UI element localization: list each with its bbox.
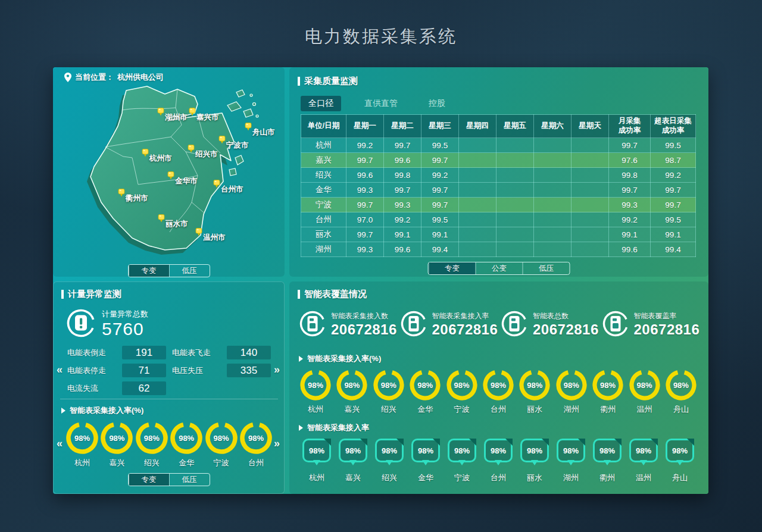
quality-type-button[interactable]: 专变 bbox=[429, 262, 476, 274]
map-pin-icon bbox=[188, 145, 195, 153]
ring-gauge: 98% 金华 bbox=[410, 370, 441, 415]
quality-cell-sun bbox=[572, 198, 609, 212]
metering-rings-prev-arrow[interactable]: « bbox=[57, 437, 63, 450]
quality-table-row[interactable]: 丽水 99.7 99.1 99.1 99.1 99.1 bbox=[301, 227, 696, 242]
metering-type-button[interactable]: 专变 bbox=[129, 474, 169, 486]
ring-city-label: 丽水 bbox=[527, 404, 542, 415]
ring-percent: 98% bbox=[170, 422, 202, 454]
quality-table-body: 杭州 99.2 99.7 99.5 99.7 99.5 嘉兴 99 bbox=[301, 138, 696, 257]
ring-percent: 98% bbox=[336, 370, 367, 400]
quality-table-header-row: 单位/日期星期一星期二星期三星期四星期五星期六星期天月采集 成功率超表日采集 成… bbox=[301, 115, 696, 138]
quality-table-row[interactable]: 宁波 99.7 99.3 99.7 99.3 99.7 bbox=[301, 198, 696, 212]
quality-cell-sun bbox=[572, 138, 609, 153]
quality-tab[interactable]: 全口径 bbox=[301, 96, 341, 111]
ring-donut: 98% bbox=[666, 370, 697, 400]
metering-stat-value: 191 bbox=[122, 346, 166, 359]
quality-cell-day-rate: 99.2 bbox=[651, 168, 696, 183]
map-marker[interactable]: 绍兴市 bbox=[195, 148, 218, 159]
ring-donut: 98% bbox=[136, 422, 168, 454]
quality-table-row[interactable]: 嘉兴 99.7 99.6 99.7 97.6 98.7 bbox=[301, 153, 696, 168]
quality-type-button[interactable]: 公变 bbox=[476, 262, 523, 274]
bubble-percent: 98% bbox=[418, 446, 433, 455]
ring-donut: 98% bbox=[410, 370, 441, 400]
metering-stats: 电能表倒走 191 电能表飞走 140 电能表停走 71 电压失压 335 bbox=[67, 346, 277, 395]
map-marker[interactable]: 宁波市 bbox=[226, 139, 249, 151]
metering-stat: 电能表停走 71 bbox=[67, 364, 172, 377]
bubble-city-label: 绍兴 bbox=[382, 472, 397, 483]
bubble-percent: 98% bbox=[563, 446, 579, 455]
map-marker[interactable]: 舟山市 bbox=[252, 126, 275, 137]
ring-gauge: 98% 绍兴 bbox=[373, 370, 404, 415]
quality-table-row[interactable]: 湖州 99.3 99.6 99.4 99.6 99.4 bbox=[301, 242, 696, 257]
quality-cell-city: 嘉兴 bbox=[301, 153, 346, 168]
map-marker[interactable]: 台州市 bbox=[221, 183, 243, 195]
quality-tab[interactable]: 控股 bbox=[421, 96, 453, 111]
quality-cell-wed: 99.4 bbox=[421, 242, 459, 257]
map-type-switch: 专变 低压 bbox=[128, 264, 210, 277]
quality-tab[interactable]: 直供直管 bbox=[357, 96, 405, 111]
map-marker[interactable]: 金华市 bbox=[175, 175, 198, 186]
quality-cell-city: 宁波 bbox=[301, 198, 346, 212]
metering-stat-label: 电压失压 bbox=[172, 365, 227, 376]
map-marker[interactable]: 丽水市 bbox=[165, 218, 188, 229]
quality-cell-wed: 99.5 bbox=[421, 212, 459, 227]
quality-table-row[interactable]: 杭州 99.2 99.7 99.5 99.7 99.5 bbox=[301, 138, 696, 153]
quality-table-row[interactable]: 金华 99.3 99.7 99.7 99.7 99.7 bbox=[301, 183, 696, 198]
quality-cell-month-rate: 99.7 bbox=[609, 138, 651, 153]
quality-cell-sat bbox=[534, 212, 572, 227]
quality-cell-sun bbox=[572, 227, 609, 242]
map-marker[interactable]: 杭州市 bbox=[149, 152, 172, 164]
quality-cell-month-rate: 99.8 bbox=[609, 168, 651, 183]
coverage-panel: 智能表覆盖情况 智能表采集接入数 20672816 bbox=[289, 281, 708, 494]
title-bar-decoration bbox=[298, 77, 300, 86]
quality-cell-thu bbox=[459, 198, 496, 212]
map-pin-icon bbox=[167, 171, 174, 180]
map-pin-icon bbox=[195, 228, 202, 236]
quality-cell-day-rate: 99.7 bbox=[651, 183, 696, 198]
map-type-button[interactable]: 低压 bbox=[169, 265, 210, 277]
map-city-label: 丽水市 bbox=[165, 220, 188, 228]
quality-type-button[interactable]: 低压 bbox=[523, 262, 570, 274]
bubble-gauge: 98% 温州 bbox=[627, 439, 660, 483]
metering-rings-next-arrow[interactable]: » bbox=[274, 437, 280, 450]
quality-cell-sat bbox=[534, 153, 572, 168]
metering-total-value: 5760 bbox=[102, 320, 148, 339]
quality-cell-mon: 99.6 bbox=[346, 168, 384, 183]
metering-panel-title: 计量异常监测 bbox=[61, 289, 121, 300]
quality-cell-thu bbox=[459, 212, 496, 227]
bubble-percent: 98% bbox=[636, 446, 651, 455]
metering-total-label: 计量异常总数 bbox=[102, 309, 148, 320]
ring-gauge: 98% 杭州 bbox=[66, 422, 98, 468]
smart-meter-icon bbox=[299, 310, 326, 337]
quality-cell-month-rate: 97.6 bbox=[609, 153, 651, 168]
quality-cell-sat bbox=[534, 183, 572, 198]
map-marker[interactable]: 衢州市 bbox=[126, 192, 148, 204]
quality-table-header-cell: 星期六 bbox=[534, 115, 572, 138]
map-marker[interactable]: 湖州市 bbox=[165, 111, 188, 123]
smart-meter-icon bbox=[501, 310, 528, 337]
ring-gauge: 98% 金华 bbox=[170, 422, 202, 468]
ring-gauge: 98% 嘉兴 bbox=[336, 370, 367, 415]
map-marker[interactable]: 嘉兴市 bbox=[196, 111, 219, 123]
metering-type-button[interactable]: 低压 bbox=[169, 474, 210, 486]
bubble-gauge: 98% 丽水 bbox=[518, 439, 551, 483]
ring-city-label: 衢州 bbox=[600, 404, 616, 415]
map-city-label: 金华市 bbox=[175, 177, 198, 185]
coverage-bubble-section-text: 智能表采集接入率 bbox=[307, 423, 369, 433]
metering-stats-prev-arrow[interactable]: « bbox=[57, 364, 63, 376]
quality-table-row[interactable]: 绍兴 99.6 99.8 99.2 99.8 99.2 bbox=[301, 168, 696, 183]
map-marker[interactable]: 温州市 bbox=[203, 231, 226, 243]
quality-cell-sat bbox=[534, 138, 572, 153]
quality-table-row[interactable]: 台州 97.0 99.2 99.5 99.2 99.5 bbox=[301, 212, 696, 227]
section-arrow-icon bbox=[61, 408, 65, 414]
bubble-gauge: 98% 湖州 bbox=[554, 439, 588, 483]
map-type-button[interactable]: 专变 bbox=[129, 265, 169, 277]
quality-cell-tue: 99.8 bbox=[384, 168, 421, 183]
bubble-percent: 98% bbox=[491, 446, 506, 455]
ring-city-label: 绍兴 bbox=[381, 404, 396, 415]
smart-meter-icon bbox=[602, 310, 629, 337]
bubble-badge: 98% bbox=[484, 439, 513, 462]
metering-stats-next-arrow[interactable]: » bbox=[274, 364, 280, 376]
quality-cell-day-rate: 98.7 bbox=[651, 153, 696, 168]
bubble-city-label: 金华 bbox=[418, 472, 433, 483]
